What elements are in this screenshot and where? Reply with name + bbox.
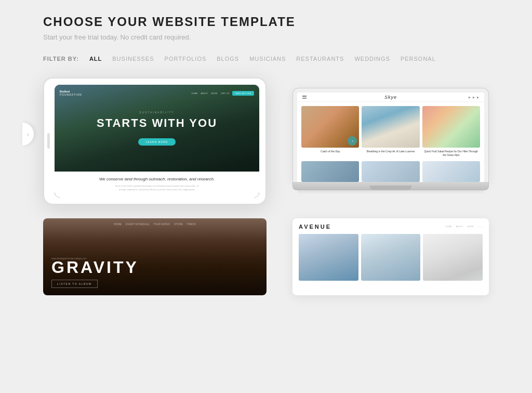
template-avenue[interactable]: AVENUE HOMEABOUTWORK— —	[292, 218, 489, 295]
scroll-left-indicator[interactable]: ‹	[22, 123, 34, 146]
avenue-nav: AVENUE HOMEABOUTWORK— —	[299, 224, 483, 230]
template-gravity[interactable]: HOMEEVENT SCHEDULETOUR DATESSTOREPRESS w…	[43, 218, 267, 295]
skye-post-2-title: Breathing in the Crisp Air of Lake Lucer…	[362, 150, 419, 153]
filter-portfolios[interactable]: PORTFOLIOS	[165, 56, 207, 62]
bedford-logo: BedfordFOUNDATION	[60, 90, 189, 96]
skye-post-3[interactable]: Quick Fruit Salad Recipe for Our Hike Th…	[422, 106, 480, 157]
filter-personal[interactable]: PERSONAL	[401, 56, 436, 62]
filter-restaurants[interactable]: RESTAURANTS	[296, 56, 344, 62]
page-container: CHOOSE YOUR WEBSITE TEMPLATE Start your …	[0, 0, 532, 393]
template-skye[interactable]: Skye ▶ ▶ ▶ +	[292, 88, 489, 205]
bedford-cta-nav[interactable]: TAKE ACTION	[232, 91, 254, 96]
skye-logo: Skye	[384, 95, 397, 100]
template-bedford[interactable]: BedfordFOUNDATION HOMEABOUTWORKVISIT US …	[43, 77, 267, 205]
bedford-bottom-text: Some of the Earth's greatest landscapes …	[65, 185, 249, 191]
bedford-hero-title: STARTS WITH YOU	[60, 117, 254, 129]
skye-post-3-title: Quick Fruit Salad Recipe for Our Hike Th…	[422, 150, 480, 157]
avenue-img-3	[423, 234, 483, 281]
page-title: CHOOSE YOUR WEBSITE TEMPLATE	[43, 15, 489, 29]
skye-post-1[interactable]: + Catch of the Day	[301, 106, 359, 157]
avenue-nav-links: HOMEABOUTWORK— —	[446, 225, 483, 228]
gravity-url: www.heritagechristiancollege.com	[51, 257, 87, 260]
laptop-base	[292, 182, 489, 190]
filter-musicians[interactable]: MUSICIANS	[249, 56, 286, 62]
gravity-cta[interactable]: LISTEN TO ALBUM	[51, 280, 98, 288]
gravity-title: GRAVITY	[51, 259, 258, 276]
bedford-tagline: SUSTAINABILITY	[60, 111, 254, 114]
skye-post-2[interactable]: Breathing in the Crisp Air of Lake Lucer…	[362, 106, 419, 157]
filter-blogs[interactable]: BLOGS	[217, 56, 239, 62]
bedford-learn-btn[interactable]: LEARN MORE	[138, 138, 175, 146]
filter-businesses[interactable]: BUSINESSES	[112, 56, 154, 62]
filter-weddings[interactable]: WEDDINGS	[354, 56, 390, 62]
skye-post-1-title: Catch of the Day	[301, 150, 359, 153]
page-subtitle: Start your free trial today. No credit c…	[43, 33, 489, 41]
chevron-left-icon: ‹	[27, 130, 30, 138]
avenue-logo: AVENUE	[299, 224, 331, 230]
bedford-bottom-title: We conserve land through outreach, resto…	[65, 177, 249, 181]
skye-social-icons: ▶ ▶ ▶	[469, 96, 479, 99]
filter-bar: FILTER BY: ALL BUSINESSES PORTFOLIOS BLO…	[43, 56, 489, 62]
gravity-nav: HOMEEVENT SCHEDULETOUR DATESSTOREPRESS	[43, 222, 267, 226]
avenue-image-grid	[299, 234, 483, 281]
bedford-nav-links: HOMEABOUTWORKVISIT US	[192, 92, 230, 95]
avenue-img-1	[299, 234, 358, 281]
avenue-img-2	[361, 234, 421, 281]
skye-hamburger-icon[interactable]	[302, 96, 307, 99]
filter-all[interactable]: ALL	[89, 56, 102, 62]
filter-label: FILTER BY:	[43, 56, 79, 62]
